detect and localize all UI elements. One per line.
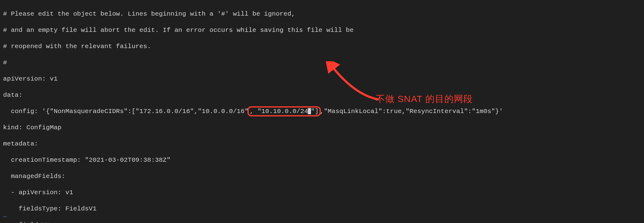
comment-line: # and an empty file will abort the edit.… — [3, 26, 641, 35]
yaml-data: data: — [3, 91, 641, 100]
yaml-mf-fieldsV1: fieldsV1: — [3, 221, 641, 223]
vim-tilde: ~ — [3, 213, 7, 221]
config-cidr: "10.10.0.0/24 — [258, 108, 308, 115]
yaml-creationTimestamp: creationTimestamp: "2021-03-02T09:38:38Z… — [3, 156, 641, 164]
config-suffix: ,"MasqLinkLocal":true,"ResyncInterval":"… — [320, 108, 503, 115]
config-comma: , — [250, 108, 257, 115]
comment-line: # — [3, 59, 641, 67]
comment-line: # Please edit the object below. Lines be… — [3, 10, 641, 18]
highlight-box: , "10.10.0.0/24"] — [247, 106, 321, 116]
comment-line: # reopened with the relevant failures. — [3, 43, 641, 51]
yaml-config: config: '{"NonMasqueradeCIDRs":["172.16.… — [3, 108, 641, 116]
config-prefix: config: '{"NonMasqueradeCIDRs":["172.16.… — [3, 108, 248, 115]
yaml-managedFields: managedFields: — [3, 172, 641, 181]
annotation-label: 不做 SNAT 的目的网段 — [376, 95, 473, 103]
yaml-kind: kind: ConfigMap — [3, 124, 641, 132]
config-close: "] — [311, 108, 319, 115]
yaml-mf-fieldsType: fieldsType: FieldsV1 — [3, 205, 641, 213]
yaml-metadata: metadata: — [3, 140, 641, 148]
yaml-mf-apiVersion: - apiVersion: v1 — [3, 189, 641, 197]
yaml-apiVersion: apiVersion: v1 — [3, 75, 641, 83]
editor-pane[interactable]: # Please edit the object below. Lines be… — [3, 2, 641, 223]
text-cursor — [308, 108, 311, 114]
